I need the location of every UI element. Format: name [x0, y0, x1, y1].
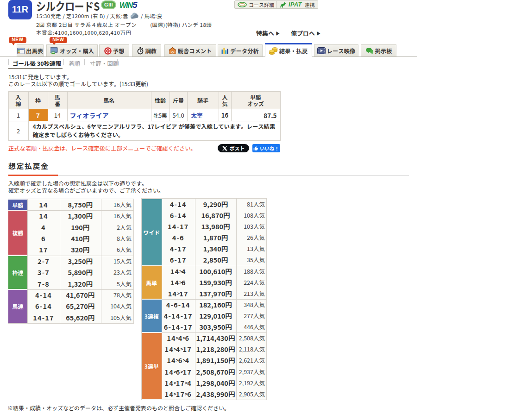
svg-text:IPAT: IPAT — [52, 52, 56, 54]
